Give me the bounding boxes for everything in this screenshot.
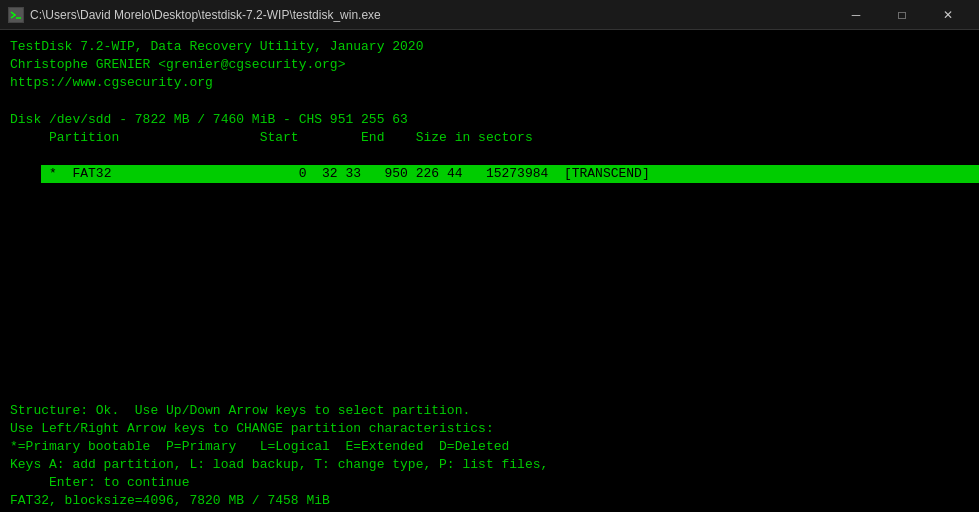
line-empty1 [10, 93, 969, 111]
partition-row[interactable]: * FAT32 0 32 33 950 226 44 15273984 [TRA… [10, 147, 969, 202]
status-line1: Structure: Ok. Use Up/Down Arrow keys to… [10, 402, 969, 420]
bottom-bar-line: FAT32, blocksize=4096, 7820 MB / 7458 Mi… [10, 492, 969, 510]
status-line5: Enter: to continue [10, 474, 969, 492]
empty-space [10, 202, 969, 402]
line-url: https://www.cgsecurity.org [10, 74, 969, 92]
titlebar-controls: ─ □ ✕ [833, 0, 971, 30]
terminal-icon [8, 7, 24, 23]
partition-selected-text[interactable]: * FAT32 0 32 33 950 226 44 15273984 [TRA… [41, 165, 979, 183]
titlebar-left: C:\Users\David Morelo\Desktop\testdisk-7… [8, 7, 381, 23]
titlebar-title: C:\Users\David Morelo\Desktop\testdisk-7… [30, 8, 381, 22]
close-button[interactable]: ✕ [925, 0, 971, 30]
minimize-button[interactable]: ─ [833, 0, 879, 30]
maximize-button[interactable]: □ [879, 0, 925, 30]
status-line2: Use Left/Right Arrow keys to CHANGE part… [10, 420, 969, 438]
status-line4: Keys A: add partition, L: load backup, T… [10, 456, 969, 474]
line-disk-info: Disk /dev/sdd - 7822 MB / 7460 MiB - CHS… [10, 111, 969, 129]
terminal-area: TestDisk 7.2-WIP, Data Recovery Utility,… [0, 30, 979, 512]
status-line3: *=Primary bootable P=Primary L=Logical E… [10, 438, 969, 456]
line-author: Christophe GRENIER <grenier@cgsecurity.o… [10, 56, 969, 74]
titlebar: C:\Users\David Morelo\Desktop\testdisk-7… [0, 0, 979, 30]
line-table-header: Partition Start End Size in sectors [10, 129, 969, 147]
line-title: TestDisk 7.2-WIP, Data Recovery Utility,… [10, 38, 969, 56]
